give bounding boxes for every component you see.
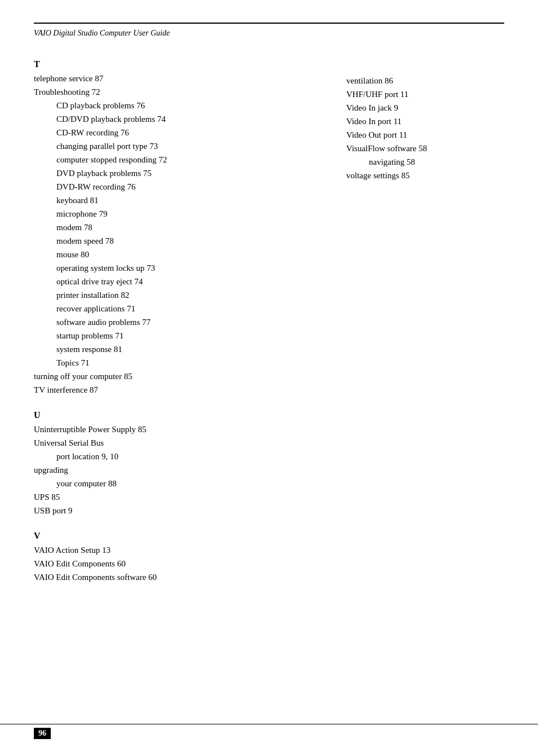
list-item: USB port 9 (34, 504, 335, 517)
list-item: operating system locks up 73 (34, 261, 335, 275)
section-letter-T: T (34, 59, 335, 69)
list-item: changing parallel port type 73 (34, 139, 335, 153)
page-header: VAIO Digital Studio Computer User Guide (34, 23, 504, 38)
list-item: startup problems 71 (34, 329, 335, 342)
list-item: CD playback problems 76 (34, 99, 335, 112)
list-item: modem speed 78 (34, 234, 335, 248)
list-item: upgrading (34, 463, 335, 477)
list-item: mouse 80 (34, 248, 335, 261)
list-item: optical drive tray eject 74 (34, 275, 335, 288)
list-item: VAIO Edit Components software 60 (34, 570, 335, 584)
list-item: microphone 79 (34, 207, 335, 221)
page: VAIO Digital Studio Computer User Guide … (0, 0, 538, 756)
list-item: UPS 85 (34, 490, 335, 504)
list-item: port location 9, 10 (34, 450, 335, 463)
list-item: Video Out port 11 (346, 128, 504, 142)
list-item: system response 81 (34, 342, 335, 356)
content-area: T telephone service 87 Troubleshooting 7… (34, 55, 504, 597)
section-V: V VAIO Action Setup 13 VAIO Edit Compone… (34, 531, 335, 584)
list-item: Universal Serial Bus (34, 436, 335, 450)
list-item: navigating 58 (346, 155, 504, 169)
list-item: ventilation 86 (346, 74, 504, 87)
list-item: Video In jack 9 (346, 101, 504, 115)
list-item: Troubleshooting 72 (34, 85, 335, 99)
list-item: software audio problems 77 (34, 315, 335, 329)
list-item: Video In port 11 (346, 115, 504, 128)
section-T: T telephone service 87 Troubleshooting 7… (34, 59, 335, 397)
list-item: Uninterruptible Power Supply 85 (34, 423, 335, 436)
list-item: keyboard 81 (34, 194, 335, 207)
page-footer: 96 (0, 724, 538, 739)
list-item: modem 78 (34, 221, 335, 234)
section-letter-U: U (34, 410, 335, 420)
list-item: CD/DVD playback problems 74 (34, 112, 335, 126)
list-item: VAIO Action Setup 13 (34, 543, 335, 557)
list-item: your computer 88 (34, 477, 335, 490)
header-title: VAIO Digital Studio Computer User Guide (34, 29, 170, 37)
list-item: turning off your computer 85 (34, 370, 335, 383)
list-item: Topics 71 (34, 356, 335, 370)
list-item: VisualFlow software 58 (346, 142, 504, 155)
section-letter-V: V (34, 531, 335, 541)
left-column: T telephone service 87 Troubleshooting 7… (34, 55, 346, 597)
right-column: ventilation 86 VHF/UHF port 11 Video In … (346, 55, 504, 597)
list-item: TV interference 87 (34, 383, 335, 397)
section-U: U Uninterruptible Power Supply 85 Univer… (34, 410, 335, 517)
list-item: VHF/UHF port 11 (346, 87, 504, 101)
list-item: recover applications 71 (34, 302, 335, 315)
page-number: 96 (34, 728, 51, 739)
list-item: computer stopped responding 72 (34, 153, 335, 166)
list-item: telephone service 87 (34, 72, 335, 85)
list-item: DVD playback problems 75 (34, 166, 335, 180)
list-item: DVD-RW recording 76 (34, 180, 335, 194)
list-item: CD-RW recording 76 (34, 126, 335, 139)
list-item: voltage settings 85 (346, 169, 504, 182)
list-item: printer installation 82 (34, 288, 335, 302)
list-item: VAIO Edit Components 60 (34, 557, 335, 570)
